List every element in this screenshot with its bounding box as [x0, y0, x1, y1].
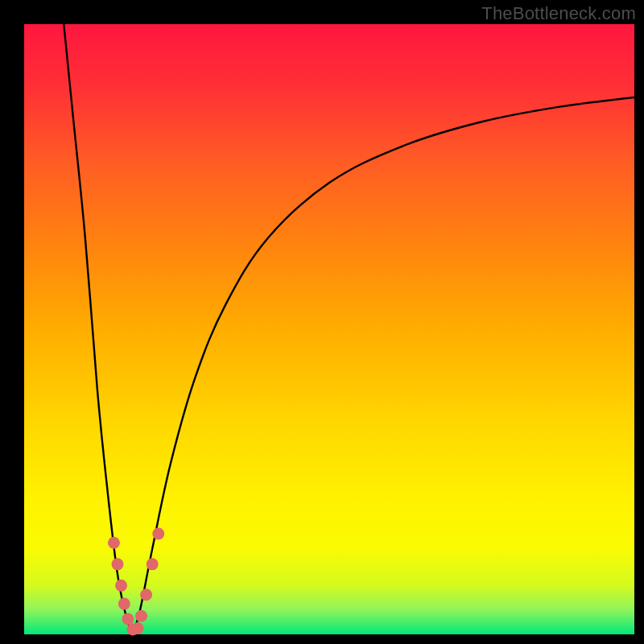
- marker-dot: [111, 558, 123, 570]
- marker-dot: [131, 622, 143, 634]
- marker-dot: [147, 558, 159, 570]
- marker-dot: [115, 580, 127, 592]
- marker-dot: [122, 613, 134, 625]
- marker-dot: [135, 610, 147, 622]
- marker-dot: [152, 527, 164, 539]
- marker-dot: [140, 588, 152, 601]
- bottleneck-chart: [0, 0, 644, 644]
- watermark-text: TheBottleneck.com: [481, 3, 636, 24]
- chart-frame: TheBottleneck.com: [0, 0, 644, 644]
- marker-dot: [118, 598, 130, 610]
- marker-dot: [108, 537, 120, 549]
